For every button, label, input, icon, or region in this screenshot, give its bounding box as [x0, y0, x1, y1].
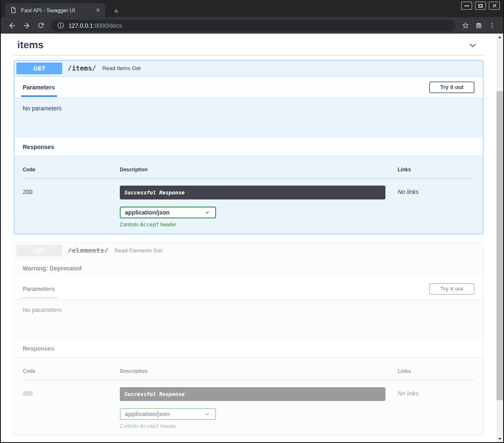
scrollbar-down-arrow[interactable]	[496, 436, 503, 442]
no-links-text: No links	[398, 387, 476, 429]
responses-body: Code Description Links 200 Successful Re…	[14, 357, 483, 435]
select-chevron-icon	[204, 210, 210, 215]
responses-header: Responses	[14, 138, 483, 156]
endpoint-path: /items/	[68, 64, 96, 72]
parameters-header: Parameters Try it out	[14, 278, 483, 299]
browser-window: Fast API - Swagger UI 127.0.0	[0, 0, 504, 443]
page-file-icon	[10, 7, 17, 13]
links-column-header: Links	[398, 368, 476, 374]
incognito-icon	[475, 21, 483, 30]
site-info-icon[interactable]	[57, 22, 64, 29]
select-chevron-icon	[204, 411, 210, 417]
try-it-out-button[interactable]: Try it out	[429, 283, 475, 295]
close-icon	[492, 3, 497, 8]
url-text: 127.0.0.1:8000/docs	[69, 22, 122, 29]
tab-close-icon[interactable]	[94, 6, 102, 14]
responses-header: Responses	[14, 339, 483, 357]
minimize-icon	[464, 5, 469, 6]
reload-icon	[37, 21, 45, 29]
endpoint-summary: Read Items Get	[102, 65, 140, 71]
swagger-ui: items GET /items/ Read Items Get Paramet…	[1, 34, 503, 436]
minimize-button[interactable]	[461, 2, 472, 10]
maximize-button[interactable]	[475, 2, 486, 10]
responses-label: Responses	[23, 144, 54, 150]
reload-button[interactable]	[34, 19, 47, 32]
back-icon	[8, 21, 16, 30]
page-content: items GET /items/ Read Items Get Paramet…	[1, 34, 503, 442]
tag-divider	[14, 55, 483, 55]
deprecated-warning: Warning: Deprecated	[14, 259, 483, 278]
tag-title: items	[17, 39, 44, 51]
kebab-menu-icon	[488, 22, 496, 29]
scrollbar-up-arrow[interactable]	[496, 34, 503, 40]
code-column-header: Code	[23, 167, 120, 173]
accept-header-note: Controls Accept header.	[120, 221, 398, 228]
status-code: 200	[23, 186, 120, 228]
no-parameters-text: No parameters	[23, 105, 62, 112]
response-row: 200 Successful Response application/json…	[23, 380, 475, 429]
parameters-tab: Parameters	[23, 84, 55, 91]
response-description-box: Successful Response	[120, 387, 385, 401]
opblock-get-items: GET /items/ Read Items Get Parameters Tr…	[14, 60, 483, 234]
maximize-icon	[478, 4, 483, 8]
responses-table-head: Code Description Links	[23, 163, 475, 179]
browser-tab[interactable]: Fast API - Swagger UI	[5, 3, 105, 17]
code-column-header: Code	[23, 368, 120, 374]
star-icon	[462, 21, 470, 29]
window-controls	[461, 2, 500, 10]
forward-icon	[22, 21, 31, 30]
browser-toolbar: 127.0.0.1:8000/docs	[1, 17, 503, 34]
links-column-header: Links	[398, 167, 476, 173]
media-type-select[interactable]: application/json	[120, 207, 216, 218]
accept-header-note: Controls Accept header.	[120, 423, 398, 429]
media-type-select[interactable]: application/json	[120, 408, 216, 420]
close-button[interactable]	[489, 2, 500, 10]
parameters-body: No parameters	[14, 98, 483, 138]
endpoint-summary: Read Elements Get	[114, 247, 162, 254]
parameters-tab: Parameters	[23, 286, 55, 292]
forward-button[interactable]	[20, 19, 33, 32]
incognito-badge	[472, 19, 486, 32]
scrollbar-thumb[interactable]	[496, 91, 503, 400]
page-scrollbar[interactable]	[496, 34, 503, 442]
endpoint-path: /elements/	[68, 246, 108, 254]
parameters-header: Parameters Try it out	[14, 76, 483, 98]
status-code: 200	[23, 387, 120, 429]
no-links-text: No links	[398, 186, 476, 228]
bookmark-star-button[interactable]	[459, 19, 472, 32]
response-description-cell: Successful Response application/json Con…	[120, 387, 398, 429]
responses-body: Code Description Links 200 Successful Re…	[14, 156, 483, 234]
opblock-summary[interactable]: GET /items/ Read Items Get	[14, 60, 483, 76]
responses-table-head: Code Description Links	[23, 365, 475, 380]
no-parameters-text: No parameters	[23, 307, 62, 313]
new-tab-button[interactable]	[111, 6, 121, 16]
response-description-box: Successful Response	[120, 186, 385, 199]
tab-title: Fast API - Swagger UI	[21, 7, 94, 13]
browser-titlebar: Fast API - Swagger UI	[1, 0, 503, 17]
responses-label: Responses	[23, 345, 54, 352]
parameters-body: No parameters	[14, 299, 483, 339]
address-bar[interactable]: 127.0.0.1:8000/docs	[51, 20, 455, 31]
try-it-out-button[interactable]: Try it out	[429, 81, 475, 93]
opblock-get-elements-deprecated: GET /elements/ Read Elements Get Warning…	[14, 242, 483, 436]
description-column-header: Description	[120, 167, 398, 173]
back-button[interactable]	[6, 19, 18, 32]
tag-section-items[interactable]: items	[14, 37, 483, 52]
opblock-summary[interactable]: GET /elements/ Read Elements Get	[14, 243, 483, 259]
description-column-header: Description	[120, 368, 398, 374]
method-badge: GET	[16, 245, 62, 257]
method-badge: GET	[16, 63, 62, 74]
browser-menu-button[interactable]	[486, 19, 499, 32]
response-description-cell: Successful Response application/json Con…	[120, 186, 398, 228]
response-row: 200 Successful Response application/json…	[23, 179, 475, 228]
collapse-chevron-icon[interactable]	[468, 40, 478, 50]
